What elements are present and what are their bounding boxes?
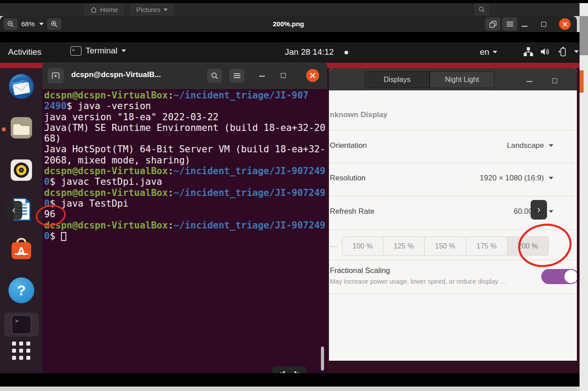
terminal-menu-button[interactable] [229,69,244,83]
settings-headerbar[interactable]: Displays Night Light [329,68,577,90]
keyboard-layout-indicator[interactable]: en [480,47,497,57]
dock-item-terminal[interactable]: > [12,315,31,334]
notification-dot [345,51,348,54]
close-button[interactable] [559,18,571,30]
home-icon [90,7,97,13]
close-icon [563,22,568,27]
maximize-button[interactable] [281,73,286,78]
terminal-line: 2490$ java -version [44,101,325,111]
orientation-value: Landscape [507,141,544,150]
search-icon [479,6,485,13]
terminal-line: dcspn@dcspn-VirtualBox:~/incident_triage… [44,166,325,176]
top-black-strip [0,0,588,3]
minimize-button[interactable] [522,26,527,27]
close-button[interactable] [306,69,319,82]
fractional-scaling-toggle[interactable] [541,269,577,284]
search-button[interactable] [474,4,489,15]
scale-option-200%[interactable]: 200 % [507,236,549,256]
next-image-button[interactable]: › [531,200,547,220]
hamburger-menu-icon [507,21,513,27]
background-window-edge-dark [580,16,588,55]
chevron-down-icon [163,8,168,11]
terminal-line: 68) [44,133,325,144]
terminal-line: 96 [44,209,325,220]
previous-image-button[interactable]: ‹ [5,201,22,220]
terminal-line: dcspn@dcspn-VirtualBox:~/incident_triage… [44,90,325,101]
search-icon [211,72,219,80]
fractional-scaling-title: Fractional Scaling [330,266,390,275]
resolution-row[interactable]: Resolution 1920 × 1080 (16:9) [329,163,577,196]
terminal-cursor [61,232,66,241]
terminal-line: java version "18-ea" 2022-03-22 [44,112,325,122]
chevron-down-icon [122,49,126,52]
system-tray[interactable] [523,47,579,57]
terminal-line: Java HotSpot(TM) 64-Bit Server VM (build… [44,144,325,155]
terminal-window: dcspn@dcspn-VirtualB... dcspn@dcspn-Virt… [42,62,327,373]
minimize-button[interactable] [527,81,532,82]
activities-button[interactable]: Activities [8,47,41,57]
maximize-button[interactable] [541,22,546,27]
dock-item-thunderbird[interactable] [8,73,34,99]
dock-item-ubuntu-software[interactable]: A [8,236,34,262]
svg-text:A: A [17,244,26,258]
new-tab-icon [52,72,60,79]
image-viewer-titlebar: 68% 200%.png [0,16,577,32]
image-bottom-strip [0,373,580,387]
terminal-scrollbar[interactable] [321,346,324,371]
terminal-icon: > [70,46,81,56]
app-menu-terminal[interactable]: > Terminal [70,46,126,56]
dock-item-files[interactable] [8,115,34,141]
tab-displays[interactable]: Displays [365,71,430,88]
scale-option-125%[interactable]: 125 % [383,236,425,256]
scale-option-175%[interactable]: 175 % [466,236,507,256]
terminal-title: dcspn@dcspn-VirtualB... [71,70,205,79]
chevron-down-icon [549,144,553,147]
orientation-row[interactable]: Orientation Landscape [329,130,577,163]
maximize-button[interactable] [552,78,557,83]
terminal-line: dcspn@dcspn-VirtualBox:~/incident_triage… [44,220,325,231]
new-tab-button[interactable] [48,68,64,83]
menu-button[interactable] [502,17,517,31]
chevron-down-icon [549,177,553,179]
minimize-button[interactable] [259,76,265,77]
clock[interactable]: Jan 28 14:12 [285,47,334,57]
scale-row: … 100 %125 %150 %175 %200 % [329,229,577,260]
battery-charging-icon [557,47,567,57]
chevron-down-icon [574,50,579,53]
terminal-search-button[interactable] [207,69,222,83]
tab-night-light[interactable]: Night Light [430,71,495,88]
breadcrumb-home[interactable]: Home [85,4,124,15]
background-window-accent [580,70,584,93]
orientation-label: Orientation [330,141,367,150]
display-section-title: nknown Display [330,110,387,119]
resolution-label: Resolution [330,174,365,183]
terminal-line: Java(TM) SE Runtime Environment (build 1… [44,122,325,133]
hamburger-menu-icon [234,73,240,78]
gnome-top-bar: Activities > Terminal Jan 28 14:12 en [0,42,580,62]
background-window-edge [580,3,588,391]
question-mark-icon: ? [17,282,26,299]
terminal-titlebar[interactable]: dcspn@dcspn-VirtualB... [42,62,327,89]
scale-option-150%[interactable]: 150 % [425,236,466,256]
gallery-button[interactable] [485,17,500,31]
scale-options-group: 100 %125 %150 %175 %200 % [342,236,549,256]
dock-item-help[interactable]: ? [8,277,34,303]
breadcrumb-home-label: Home [100,6,118,13]
dock-item-app-grid[interactable] [12,342,31,360]
terminal-output[interactable]: dcspn@dcspn-VirtualBox:~/incident_triage… [44,90,325,241]
scale-option-100%[interactable]: 100 % [342,236,383,256]
close-icon [310,73,316,78]
terminal-line: 0$ javac TestDpi.java [44,176,325,187]
resolution-value: 1920 × 1080 (16:9) [480,174,544,183]
refresh-rate-label: Refresh Rate [330,207,374,216]
keyboard-layout-label: en [480,47,489,57]
files-window-pathbar: Home Pictures [0,3,588,16]
dock-item-rhythmbox[interactable] [8,157,34,183]
dock: A ? > [0,68,42,373]
chevron-left-icon: ‹ [12,204,15,216]
scale-label-truncated: … [330,240,337,249]
breadcrumb-pictures[interactable]: Pictures [130,4,174,15]
running-indicator-dot [2,127,6,131]
app-menu-label: Terminal [85,46,118,56]
fractional-scaling-row: Fractional Scaling May increase power us… [329,260,577,294]
